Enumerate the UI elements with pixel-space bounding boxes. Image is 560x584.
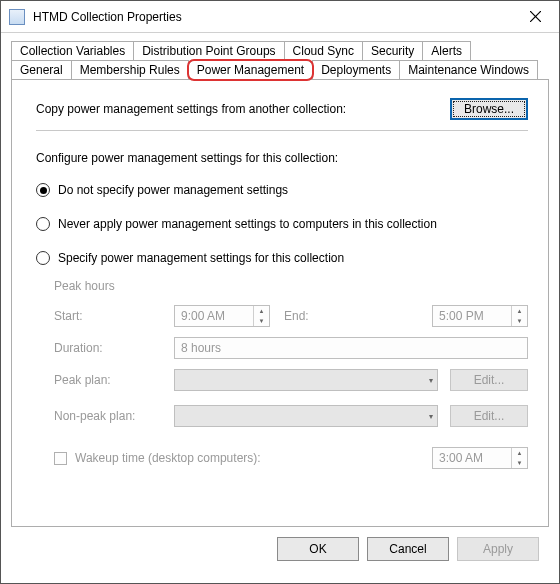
- wakeup-time-spinner[interactable]: 3:00 AM ▲▼: [432, 447, 528, 469]
- tab-membership-rules[interactable]: Membership Rules: [71, 60, 189, 79]
- radio-icon: [36, 183, 50, 197]
- end-time-spinner[interactable]: 5:00 PM ▲▼: [432, 305, 528, 327]
- client-area: Collection Variables Distribution Point …: [1, 33, 559, 583]
- chevron-down-icon: ▾: [429, 376, 433, 385]
- close-button[interactable]: [513, 2, 557, 32]
- tab-security[interactable]: Security: [362, 41, 423, 60]
- duration-label: Duration:: [54, 341, 174, 355]
- titlebar: HTMD Collection Properties: [1, 1, 559, 33]
- radio-specify[interactable]: Specify power management settings for th…: [36, 251, 528, 265]
- nonpeak-plan-combo[interactable]: ▾: [174, 405, 438, 427]
- cancel-button[interactable]: Cancel: [367, 537, 449, 561]
- chevron-down-icon: ▾: [429, 412, 433, 421]
- nonpeak-plan-label: Non-peak plan:: [54, 409, 174, 423]
- peak-hours-header: Peak hours: [54, 279, 528, 293]
- tab-power-management[interactable]: Power Management: [188, 60, 313, 80]
- separator: [36, 130, 528, 131]
- copy-settings-label: Copy power management settings from anot…: [36, 102, 450, 116]
- end-time-value: 5:00 PM: [433, 309, 511, 323]
- wakeup-checkbox[interactable]: [54, 452, 67, 465]
- spinner-arrows: ▲▼: [511, 448, 527, 468]
- duration-value: 8 hours: [181, 341, 221, 355]
- ok-button[interactable]: OK: [277, 537, 359, 561]
- tab-maintenance-windows[interactable]: Maintenance Windows: [399, 60, 538, 79]
- dialog-window: HTMD Collection Properties Collection Va…: [0, 0, 560, 584]
- tab-cloud-sync[interactable]: Cloud Sync: [284, 41, 363, 60]
- radio-do-not-specify[interactable]: Do not specify power management settings: [36, 183, 528, 197]
- peak-hours-group: Peak hours Start: 9:00 AM ▲▼ End: 5:00 P…: [54, 279, 528, 469]
- start-label: Start:: [54, 309, 174, 323]
- tab-deployments[interactable]: Deployments: [312, 60, 400, 79]
- duration-field: 8 hours: [174, 337, 528, 359]
- start-time-value: 9:00 AM: [175, 309, 253, 323]
- configure-label: Configure power management settings for …: [36, 151, 528, 165]
- peak-plan-edit-button[interactable]: Edit...: [450, 369, 528, 391]
- radio-label: Do not specify power management settings: [58, 183, 288, 197]
- spinner-arrows: ▲▼: [253, 306, 269, 326]
- wakeup-label: Wakeup time (desktop computers):: [75, 451, 432, 465]
- radio-icon: [36, 251, 50, 265]
- radio-icon: [36, 217, 50, 231]
- close-icon: [530, 11, 541, 22]
- nonpeak-plan-edit-button[interactable]: Edit...: [450, 405, 528, 427]
- tab-collection-variables[interactable]: Collection Variables: [11, 41, 134, 60]
- start-time-spinner[interactable]: 9:00 AM ▲▼: [174, 305, 270, 327]
- spinner-arrows: ▲▼: [511, 306, 527, 326]
- tab-general[interactable]: General: [11, 60, 72, 79]
- radio-label: Specify power management settings for th…: [58, 251, 344, 265]
- peak-plan-label: Peak plan:: [54, 373, 174, 387]
- radio-label: Never apply power management settings to…: [58, 217, 437, 231]
- app-icon: [9, 9, 25, 25]
- tab-page-power-management: Copy power management settings from anot…: [11, 79, 549, 527]
- apply-button[interactable]: Apply: [457, 537, 539, 561]
- peak-plan-combo[interactable]: ▾: [174, 369, 438, 391]
- radio-never-apply[interactable]: Never apply power management settings to…: [36, 217, 528, 231]
- window-title: HTMD Collection Properties: [33, 10, 513, 24]
- tab-strip: Collection Variables Distribution Point …: [11, 41, 549, 79]
- end-label: End:: [270, 309, 316, 323]
- wakeup-time-value: 3:00 AM: [433, 451, 511, 465]
- dialog-footer: OK Cancel Apply: [11, 527, 549, 573]
- tab-distribution-point-groups[interactable]: Distribution Point Groups: [133, 41, 284, 60]
- browse-button[interactable]: Browse...: [450, 98, 528, 120]
- tab-alerts[interactable]: Alerts: [422, 41, 471, 60]
